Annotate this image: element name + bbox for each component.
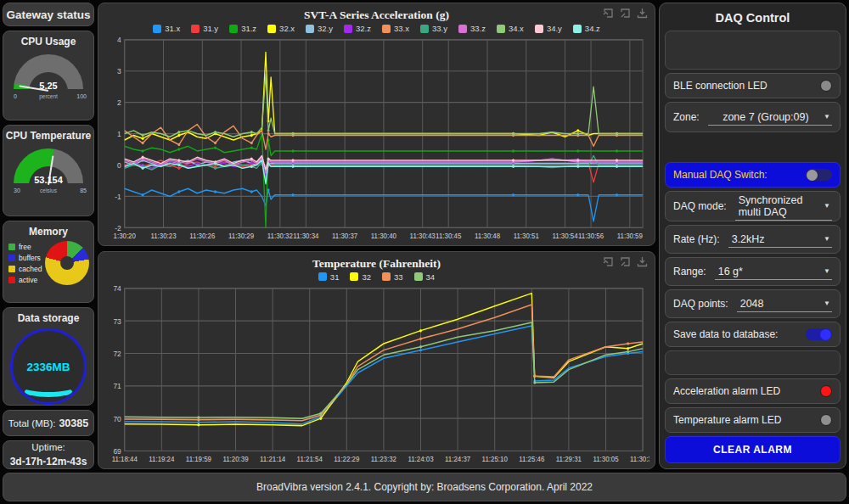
svg-text:11:20:39: 11:20:39 xyxy=(222,455,248,464)
memory-legend-item[interactable]: free xyxy=(8,243,42,251)
chart-legend-item[interactable]: 32.z xyxy=(344,24,371,33)
svg-text:72: 72 xyxy=(113,349,121,358)
svg-text:70: 70 xyxy=(113,414,121,423)
daq-mode-row: DAQ mode: Synchronized multi DAQ ▼ xyxy=(665,191,841,221)
svg-text:11:30:40: 11:30:40 xyxy=(371,232,396,241)
acceleration-chart-header: SVT-A Series Acceleration (g) xyxy=(104,7,649,22)
chart-legend-item[interactable]: 33.x xyxy=(382,24,409,33)
toggle-knob xyxy=(807,170,818,181)
gateway-status-sidebar: Gateway status CPU Usage 0 100 5.25 perc… xyxy=(3,3,94,469)
range-value: 16 g* xyxy=(718,266,820,277)
memory-legend-item[interactable]: cached xyxy=(8,265,42,273)
spacer-panel xyxy=(665,350,841,375)
total-mb-card: Total (MB): 30385 xyxy=(3,410,94,436)
chart-legend-item[interactable]: 31.x xyxy=(153,24,180,33)
legend-swatch xyxy=(267,25,276,33)
acceleration-chart-canvas[interactable]: -2-1012341:30:2011:30:2311:30:2611:30:29… xyxy=(104,35,649,244)
save-to-database-toggle[interactable] xyxy=(806,328,832,340)
rate-select[interactable]: 3.2kHz ▼ xyxy=(728,232,832,248)
svg-text:11:30:36: 11:30:36 xyxy=(630,455,649,464)
legend-swatch xyxy=(344,25,352,33)
chart-legend-item[interactable]: 31 xyxy=(318,272,340,282)
legend-label: 33.z xyxy=(470,24,486,33)
range-select[interactable]: 16 g* ▼ xyxy=(715,264,832,280)
svg-text:74: 74 xyxy=(113,284,121,294)
chart-legend-item[interactable]: 33.z xyxy=(458,24,486,33)
temperature-chart-legend: 31323334 xyxy=(104,271,649,283)
legend-label: 31.z xyxy=(241,24,256,33)
manual-daq-toggle[interactable] xyxy=(806,169,832,181)
acceleration-chart-legend: 31.x31.y31.z32.x32.y32.z33.x33.y33.z34.x… xyxy=(104,22,649,35)
acceleration-chart-plot[interactable]: -2-1012341:30:2011:30:2311:30:2611:30:29… xyxy=(104,35,649,244)
svg-text:4: 4 xyxy=(117,36,121,45)
zoom-box-icon[interactable] xyxy=(620,256,631,267)
clear-alarm-button[interactable]: CLEAR ALARM xyxy=(665,436,841,463)
chart-legend-item[interactable]: 32 xyxy=(350,272,371,282)
chevron-down-icon: ▼ xyxy=(824,202,830,210)
rate-value: 3.2kHz xyxy=(732,233,820,245)
daq-mode-value: Synchronized multi DAQ xyxy=(739,194,820,218)
rate-row: Rate (Hz): 3.2kHz ▼ xyxy=(665,225,841,254)
chevron-down-icon: ▼ xyxy=(824,113,830,120)
daq-mode-select[interactable]: Synchronized multi DAQ ▼ xyxy=(735,193,832,221)
uptime-value: 3d-17h-12m-43s xyxy=(10,455,87,468)
legend-swatch xyxy=(8,244,15,250)
zone-value: zone 7 (Group:09) xyxy=(711,111,820,123)
daq-dashboard: Gateway status CPU Usage 0 100 5.25 perc… xyxy=(0,0,849,504)
restore-icon[interactable] xyxy=(603,8,614,19)
temperature-chart-canvas[interactable]: 69707172737411:18:4411:19:2411:19:5911:2… xyxy=(104,283,649,467)
daq-points-select[interactable]: 2048 ▼ xyxy=(737,296,832,312)
acceleration-alarm-row: Acceleration alarm LED xyxy=(665,378,841,404)
svg-text:11:23:32: 11:23:32 xyxy=(371,455,396,464)
legend-swatch xyxy=(8,277,15,283)
legend-label: 34.y xyxy=(547,24,562,33)
chart-legend-item[interactable]: 34.y xyxy=(535,24,562,33)
chart-legend-item[interactable]: 33.y xyxy=(420,24,447,33)
legend-label: 33.x xyxy=(394,24,409,33)
memory-legend: freebufferscachedactive xyxy=(8,243,42,284)
chart-legend-item[interactable]: 34.x xyxy=(497,24,524,33)
temperature-alarm-led xyxy=(820,414,832,426)
legend-label: 33 xyxy=(394,272,403,282)
memory-legend-item[interactable]: active xyxy=(8,276,42,284)
legend-label: free xyxy=(19,243,31,251)
data-storage-liquid-gauge: 2336MB xyxy=(10,328,87,405)
svg-text:11:29:31: 11:29:31 xyxy=(556,455,582,464)
temperature-chart-plot[interactable]: 69707172737411:18:4411:19:2411:19:5911:2… xyxy=(104,283,649,467)
temperature-chart-panel: Temperature (Fahrenheit) 31323334 697071… xyxy=(98,251,655,469)
chart-legend-item[interactable]: 32.x xyxy=(267,24,295,33)
data-storage-card: Data storage 2336MB xyxy=(3,307,94,406)
chart-legend-item[interactable]: 34 xyxy=(414,272,436,282)
legend-swatch xyxy=(382,25,391,33)
chart-legend-item[interactable]: 34.z xyxy=(573,24,600,33)
memory-title: Memory xyxy=(3,221,93,238)
legend-label: 33.y xyxy=(432,24,447,33)
restore-icon[interactable] xyxy=(603,256,614,267)
cpu-temperature-value: 53.154 xyxy=(14,175,83,185)
footer-text: BroadVibra version 2.4.1. Copyright by: … xyxy=(256,481,593,493)
save-to-database-label: Save data to database: xyxy=(673,328,778,340)
memory-legend-item[interactable]: buffers xyxy=(8,254,42,262)
svg-text:11:30:45: 11:30:45 xyxy=(436,232,461,241)
zone-row: Zone: zone 7 (Group:09) ▼ xyxy=(665,102,841,132)
acceleration-chart-panel: SVT-A Series Acceleration (g) 31.x31.y31… xyxy=(98,3,655,246)
chart-legend-item[interactable]: 33 xyxy=(382,272,403,282)
save-to-database-row: Save data to database: xyxy=(665,322,841,347)
chart-legend-item[interactable]: 31.y xyxy=(191,24,218,33)
legend-swatch xyxy=(573,25,582,33)
chart-toolbox xyxy=(603,8,648,19)
svg-text:11:30:37: 11:30:37 xyxy=(332,232,357,241)
legend-label: 32.x xyxy=(279,24,295,33)
acceleration-alarm-led xyxy=(820,385,832,397)
download-icon[interactable] xyxy=(637,8,648,19)
zoom-box-icon[interactable] xyxy=(620,8,631,19)
data-storage-title: Data storage xyxy=(3,308,93,324)
zone-select[interactable]: zone 7 (Group:09) ▼ xyxy=(708,109,832,126)
svg-text:11:30:48: 11:30:48 xyxy=(475,232,500,241)
download-icon[interactable] xyxy=(637,256,648,267)
chart-legend-item[interactable]: 32.y xyxy=(306,24,333,33)
cpu-temperature-unit: celsius xyxy=(14,188,83,193)
chart-legend-item[interactable]: 31.z xyxy=(229,24,256,33)
cpu-usage-title: CPU Usage xyxy=(3,31,93,48)
legend-swatch xyxy=(420,25,429,33)
